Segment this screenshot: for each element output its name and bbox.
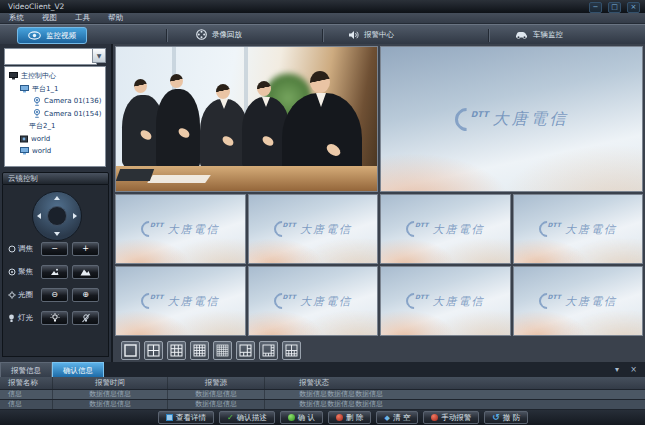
video-cell-idle[interactable]: DTT大唐電信 [115, 194, 246, 264]
zoom-out-button[interactable]: − [41, 242, 68, 256]
layout-split-10-button[interactable] [282, 341, 301, 360]
video-cell-idle[interactable]: DTT大唐電信 [248, 266, 379, 336]
face [170, 74, 183, 88]
monitor-dark-icon [9, 72, 18, 80]
watermark: DTT大唐電信 [514, 267, 643, 335]
ptz-center [47, 206, 67, 226]
focus-near-icon [50, 268, 59, 276]
device-dark-icon [20, 135, 28, 143]
close-panel-button[interactable]: × [630, 365, 637, 375]
alarm-table-row[interactable]: 信息 数据信息信息 数据信息信息 数据信息数据信息数据信息 [0, 400, 645, 409]
tree-item-camera-136[interactable]: Camera 01(136) [5, 95, 105, 108]
light-on-button[interactable] [41, 311, 68, 325]
combo-dropdown-button[interactable]: ▼ [92, 48, 106, 63]
tab-label: 录像回放 [212, 30, 242, 40]
light-off-button[interactable] [72, 311, 99, 325]
detail-icon [166, 414, 173, 421]
device-tree: 主控制中心 平台1_1 Camera 01(136) Camera 01(154… [4, 66, 106, 167]
tree-item-platform1[interactable]: 平台1_1 [5, 83, 105, 96]
layout-split-25-button[interactable] [213, 341, 232, 360]
face [216, 84, 230, 99]
tree-item-camera-154[interactable]: Camera 01(154) [5, 108, 105, 121]
watermark: DTT大唐電信 [381, 195, 510, 263]
confirm-description-button[interactable]: ✓ 确认描述 [219, 411, 275, 424]
col-alarm-name: 报警名称 [0, 377, 53, 389]
ptz-down-button[interactable] [54, 232, 60, 236]
tab-confirm-info[interactable]: 确认信息 [52, 362, 104, 377]
disarm-button[interactable]: ↺ 撤 防 [484, 411, 528, 424]
face [310, 71, 330, 93]
focus-far-button[interactable] [72, 265, 99, 279]
watermark: DTT 大唐電信 [381, 47, 642, 191]
confirm-button[interactable]: 确 认 [280, 411, 323, 424]
layout-button-bar [113, 338, 645, 362]
tree-item-world-1[interactable]: world [5, 133, 105, 146]
title-bar: VideoClient_V2 − □ × [0, 0, 645, 13]
laptop [116, 169, 154, 181]
camera-icon [33, 109, 41, 118]
video-cell-idle[interactable]: DTT 大唐電信 [380, 46, 643, 192]
minimize-button[interactable]: − [589, 2, 602, 13]
video-cell-idle[interactable]: DTT大唐電信 [115, 266, 246, 336]
menu-tools[interactable]: 工具 [66, 13, 99, 23]
tab-alarm-info[interactable]: 报警信息 [0, 362, 52, 377]
ptz-right-button[interactable] [73, 213, 77, 219]
face [134, 79, 147, 93]
layout-split-16-button[interactable] [190, 341, 209, 360]
clear-button[interactable]: ◆ 清 空 [376, 411, 418, 424]
tree-item-platform2[interactable]: 平台2_1 [5, 120, 105, 133]
layout-split-6-button[interactable] [236, 341, 255, 360]
delete-button[interactable]: 删 除 [328, 411, 371, 424]
collapse-panel-button[interactable]: ▾ [615, 365, 619, 375]
tab-vehicle-monitor[interactable]: 车辆监控 [505, 27, 573, 42]
video-cell-idle[interactable]: DTT大唐電信 [380, 266, 511, 336]
tab-label: 监控视频 [46, 31, 76, 41]
alarm-action-bar: 查看详情 ✓ 确认描述 确 认 删 除 ◆ 清 空 手动报警 [0, 410, 645, 425]
ptz-left-button[interactable] [37, 213, 41, 219]
tab-playback[interactable]: 录像回放 [186, 27, 252, 42]
menu-system[interactable]: 系统 [0, 13, 33, 23]
video-client-window: VideoClient_V2 − □ × 系统 视图 工具 帮助 监控视频 录像… [0, 0, 645, 425]
light-off-icon [81, 313, 91, 323]
check-icon: ✓ [227, 413, 234, 422]
menu-help[interactable]: 帮助 [99, 13, 132, 23]
focus-near-button[interactable] [41, 265, 68, 279]
iris-open-button[interactable]: ⊕ [72, 288, 99, 302]
tab-monitor-video[interactable]: 监控视频 [17, 27, 87, 44]
menu-view[interactable]: 视图 [33, 13, 66, 23]
ptz-dpad[interactable] [32, 191, 82, 241]
logo-crescent-icon [450, 103, 483, 136]
maximize-button[interactable]: □ [608, 2, 621, 13]
device-sidebar: ▼ 主控制中心 平台1_1 Camera 01(136) Camera 01(1… [0, 44, 113, 362]
iris-icon [7, 291, 16, 299]
ptz-panel-header[interactable]: 云镜控制 [2, 172, 109, 185]
toolbar-separator [166, 29, 168, 42]
ptz-up-button[interactable] [54, 196, 60, 200]
video-cell-live[interactable] [115, 46, 378, 192]
video-cell-idle[interactable]: DTT大唐電信 [248, 194, 379, 264]
view-details-button[interactable]: 查看详情 [158, 411, 214, 424]
tree-item-world-2[interactable]: world [5, 145, 105, 158]
zoom-in-button[interactable]: + [72, 242, 99, 256]
video-cell-idle[interactable]: DTT大唐電信 [513, 266, 644, 336]
delete-dot-icon [336, 414, 343, 421]
tab-alarm-center[interactable]: 报警中心 [338, 27, 404, 42]
layout-split-4-button[interactable] [144, 341, 163, 360]
layout-split-9-button[interactable] [167, 341, 186, 360]
layout-split-8-button[interactable] [259, 341, 278, 360]
tree-item-control-center[interactable]: 主控制中心 [5, 70, 105, 83]
target-icon [7, 268, 16, 276]
light-on-icon [50, 313, 60, 323]
video-cell-idle[interactable]: DTT大唐電信 [380, 194, 511, 264]
layout-split-1-button[interactable] [121, 341, 140, 360]
confirm-dot-icon [288, 414, 295, 421]
ptz-panel: 调焦 − + 聚焦 光圈 ⊖ ⊕ [2, 185, 109, 357]
alarm-panel: 报警信息 确认信息 ▾ × 报警名称 报警时间 报警源 报警状态 信息 数据信息… [0, 362, 645, 425]
video-cell-idle[interactable]: DTT大唐電信 [513, 194, 644, 264]
alarm-table-row[interactable]: 信息 数据信息信息 数据信息信息 数据信息数据信息数据信息 [0, 390, 645, 399]
iris-close-button[interactable]: ⊖ [41, 288, 68, 302]
disarm-icon: ↺ [492, 413, 500, 422]
manual-alarm-button[interactable]: 手动报警 [423, 411, 479, 424]
device-search-input[interactable] [4, 48, 97, 65]
close-button[interactable]: × [627, 2, 640, 13]
